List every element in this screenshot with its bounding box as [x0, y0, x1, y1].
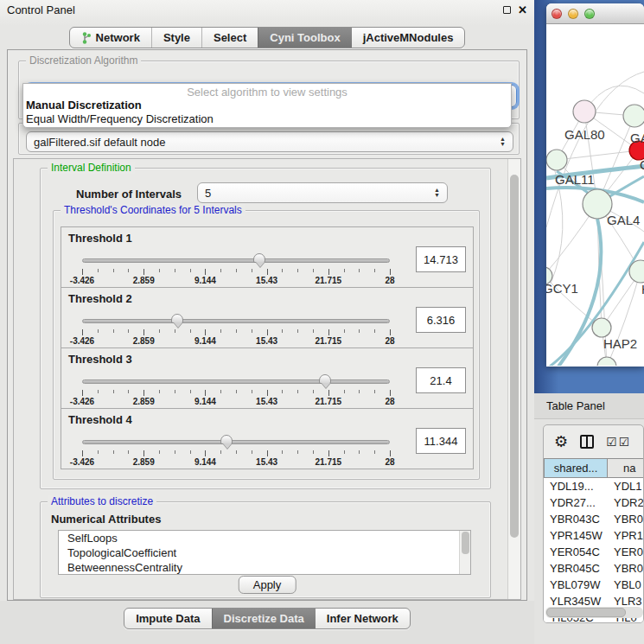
tick-major [267, 329, 268, 335]
interval-definition-group: Interval Definition Number of Intervals … [40, 168, 491, 489]
combo-stepper-icon[interactable]: ▲▼ [434, 188, 440, 198]
dropdown-option-equal-width-frequency-discretization[interactable]: Equal Width/Frequency Discretization [23, 112, 511, 126]
list-item-topologicalcoefficient[interactable]: TopologicalCoefficient [59, 545, 470, 560]
tick-label: 15.43 [256, 397, 277, 406]
tick-minor [313, 390, 314, 393]
tab-network[interactable]: Network [70, 28, 151, 48]
mac-zoom-icon[interactable] [584, 9, 595, 19]
tab-impute-data[interactable]: Impute Data [124, 609, 211, 628]
table-row[interactable]: YPR145WYPR1 [544, 527, 644, 544]
tick-minor [190, 329, 191, 333]
table-cell[interactable]: YPR145W [544, 527, 608, 544]
network-graph[interactable]: GAL80GACGAL11GAL4GCY1HHAP2 [546, 24, 644, 366]
slider-track-zone[interactable]: -3.4262.8599.14415.4321.71528 [82, 374, 390, 405]
checkbox-icon[interactable]: ☑ [606, 436, 617, 448]
tab-select[interactable]: Select [201, 28, 258, 48]
tick-minor [236, 450, 237, 454]
column-header-shared[interactable]: shared... [544, 458, 608, 478]
tick-minor [113, 269, 114, 272]
checkbox-icon[interactable]: ☑ [619, 436, 630, 448]
slider-track[interactable] [82, 319, 390, 323]
table-cell[interactable]: YER0 [608, 544, 644, 560]
tick-minor [236, 390, 237, 393]
slider-thumb[interactable] [220, 435, 233, 444]
table-cell[interactable]: YBL079W [544, 577, 608, 593]
table-cell[interactable]: YDL19... [544, 478, 608, 494]
network-node[interactable] [597, 357, 616, 366]
threshold-value-field[interactable]: 11.344 [416, 428, 466, 454]
table-row[interactable]: YBR045CYBR0 [544, 560, 644, 577]
tab-cyni-toolbox[interactable]: Cyni Toolbox [258, 28, 351, 48]
mac-minimize-icon[interactable] [568, 9, 578, 19]
network-canvas[interactable]: GAL80GACGAL11GAL4GCY1HHAP2 [546, 24, 644, 366]
table-row[interactable]: YER054CYER0 [544, 544, 644, 560]
slider-track[interactable] [82, 379, 390, 384]
tab-discretize-data[interactable]: Discretize Data [212, 609, 316, 628]
tick-minor [128, 329, 129, 333]
slider-thumb[interactable] [319, 374, 331, 384]
table-cell[interactable]: YDR27... [544, 494, 608, 511]
slider-track[interactable] [82, 258, 390, 263]
tick-minor [220, 390, 221, 393]
tick-minor [282, 390, 283, 393]
network-node[interactable] [546, 150, 567, 170]
tick-minor [374, 390, 375, 393]
slider-track-zone[interactable]: -3.4262.8599.14415.4321.71528 [82, 435, 390, 466]
table-cell[interactable]: YBL0 [608, 577, 644, 593]
combo-stepper-icon[interactable]: ▲▼ [500, 137, 506, 147]
close-icon[interactable]: ✕ [518, 4, 527, 16]
number-of-intervals-combobox[interactable]: 5 ▲▼ [197, 182, 448, 203]
apply-button[interactable]: Apply [239, 576, 296, 594]
table-row[interactable]: YBR043CYBR0 [544, 511, 644, 527]
table-cell[interactable]: YDL1 [608, 478, 644, 494]
slider-thumb[interactable] [171, 314, 183, 323]
dropdown-option-manual-discretization[interactable]: Manual Discretization [23, 99, 511, 112]
network-node[interactable] [623, 105, 644, 127]
network-window-titlebar[interactable] [546, 3, 644, 24]
tab-label: Infer Network [327, 612, 399, 625]
slider-track[interactable] [82, 440, 390, 444]
list-scrollbar[interactable] [459, 531, 470, 574]
tick-label: 15.43 [256, 276, 277, 285]
table-row[interactable]: YDL19...YDL1 [544, 478, 644, 494]
threshold-value-field[interactable]: 21.4 [416, 367, 466, 393]
table-cell[interactable]: YBR045C [544, 560, 608, 577]
table-cell[interactable]: YBR0 [608, 560, 644, 577]
threshold-value-field[interactable]: 14.713 [416, 246, 466, 272]
list-item-betweennesscentrality[interactable]: BetweennessCentrality [59, 560, 470, 575]
threshold-label: Threshold 2 [68, 292, 132, 305]
table-row[interactable]: YDR27...YDR2 [544, 494, 644, 511]
table-cell[interactable]: YER054C [544, 544, 608, 560]
columns-icon[interactable] [580, 435, 594, 449]
settings-scrollpane: Interval Definition Number of Intervals … [13, 158, 521, 600]
network-node[interactable] [573, 100, 596, 123]
network-node[interactable] [592, 318, 611, 337]
settings-vertical-scrollbar[interactable] [507, 159, 520, 599]
table-cell[interactable]: YDR2 [608, 494, 644, 511]
slider-thumb[interactable] [253, 253, 265, 263]
network-edge[interactable] [607, 271, 641, 366]
table-row[interactable]: YBL079WYBL0 [544, 577, 644, 593]
network-edge[interactable] [557, 150, 639, 160]
threshold-value-field[interactable]: 6.316 [416, 307, 466, 333]
table-data-combobox[interactable]: galFiltered.sif default node ▲▼ [26, 131, 513, 152]
tick-minor [282, 450, 283, 454]
column-header-name[interactable]: na [608, 458, 644, 478]
table-cell[interactable]: YPR1 [608, 527, 644, 544]
list-item-selfloops[interactable]: SelfLoops [59, 531, 470, 545]
tab-infer-network[interactable]: Infer Network [316, 609, 410, 628]
tab-style[interactable]: Style [151, 28, 201, 48]
gear-icon[interactable]: ⚙ [554, 434, 568, 450]
numerical-attributes-list[interactable]: SelfLoopsTopologicalCoefficientBetweenne… [58, 530, 471, 575]
tick-label: -3.426 [70, 276, 94, 285]
slider-track-zone[interactable]: -3.4262.8599.14415.4321.71528 [82, 253, 390, 284]
tick-minor [98, 269, 99, 272]
mac-close-icon[interactable] [552, 9, 562, 19]
tab-jactivemnodules[interactable]: jActiveMNodules [352, 28, 465, 48]
table-cell[interactable]: YBR0 [608, 511, 644, 527]
float-window-icon[interactable] [503, 6, 511, 14]
table-horizontal-scrollbar[interactable] [545, 607, 643, 618]
table-cell[interactable]: YBR043C [544, 511, 608, 527]
tick-minor [175, 269, 175, 272]
slider-track-zone[interactable]: -3.4262.8599.14415.4321.71528 [82, 314, 390, 345]
